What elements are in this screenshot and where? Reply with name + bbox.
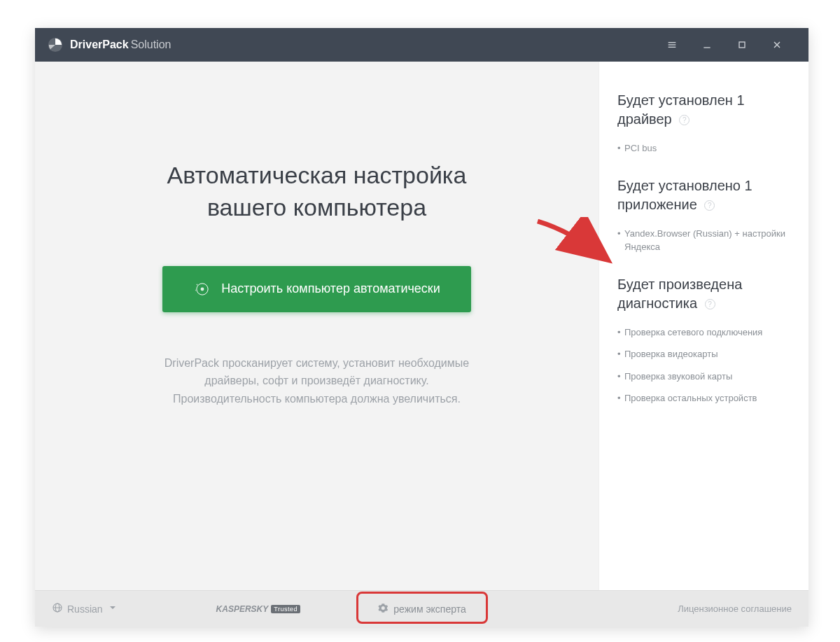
titlebar: DriverPackSolution: [35, 28, 808, 62]
menu-button[interactable]: [654, 28, 690, 62]
expert-mode-button[interactable]: режим эксперта: [366, 597, 477, 621]
apps-list: Yandex.Browser (Russian) + настройки Янд…: [617, 227, 790, 254]
brand-bold: DriverPack: [70, 39, 129, 50]
sparkle-disc-icon: [193, 280, 211, 298]
sidebar-section-drivers: Будет установлен 1 драйвер ? PCI bus: [617, 91, 790, 155]
content: Автоматическая настройка вашего компьюте…: [35, 62, 808, 590]
svg-point-9: [201, 287, 204, 291]
page-headline: Автоматическая настройка вашего компьюте…: [167, 160, 467, 224]
brand-light: Solution: [131, 39, 172, 50]
minimize-button[interactable]: [690, 28, 724, 62]
sub-line-1: DriverPack просканирует систему, установ…: [164, 357, 469, 369]
app-title: DriverPackSolution: [70, 39, 171, 51]
expert-mode-label: режим эксперта: [393, 603, 465, 615]
sidebar: Будет установлен 1 драйвер ? PCI bus Буд…: [598, 62, 808, 590]
sub-line-3: Производительность компьютера должна уве…: [173, 393, 461, 405]
footer: Russian KASPERSKY Trusted режим эксперта…: [35, 590, 808, 627]
kaspersky-label: KASPERSKY: [216, 604, 269, 614]
drivers-list: PCI bus: [617, 141, 790, 155]
help-icon[interactable]: ?: [705, 299, 715, 309]
maximize-button[interactable]: [724, 28, 760, 62]
list-item: Проверка звуковой карты: [617, 370, 790, 384]
list-item: Проверка видеокарты: [617, 347, 790, 361]
help-icon[interactable]: ?: [704, 200, 715, 211]
chevron-down-icon: [107, 602, 118, 615]
main-area: Автоматическая настройка вашего компьюте…: [35, 62, 598, 590]
configure-auto-button[interactable]: Настроить компьютер автоматически: [162, 266, 471, 312]
kaspersky-badge: KASPERSKY Trusted: [216, 604, 300, 614]
license-label: Лицензионное соглашение: [678, 603, 792, 614]
cta-label: Настроить компьютер автоматически: [221, 281, 440, 296]
list-item: PCI bus: [617, 141, 790, 155]
close-button[interactable]: [760, 28, 794, 62]
app-window: DriverPackSolution Автоматическая настро…: [35, 28, 808, 627]
driverpack-logo-icon: [48, 37, 63, 53]
diag-list: Проверка сетевого подключения Проверка в…: [617, 326, 790, 405]
list-item: Проверка сетевого подключения: [617, 326, 790, 340]
help-icon[interactable]: ?: [679, 115, 690, 125]
apps-title: Будет установлено 1 приложение: [617, 178, 752, 212]
trusted-badge: Trusted: [271, 605, 300, 613]
headline-line-2: вашего компьютера: [207, 194, 426, 221]
globe-icon: [52, 602, 63, 615]
diag-title: Будет произведена диагностика: [617, 277, 742, 311]
sub-line-2: драйверы, софт и произведёт диагностику.: [204, 375, 428, 386]
language-label: Russian: [67, 603, 103, 615]
description-text: DriverPack просканирует систему, установ…: [164, 354, 469, 408]
sidebar-section-diagnostics: Будет произведена диагностика ? Проверка…: [617, 275, 790, 405]
language-selector[interactable]: Russian: [52, 602, 118, 615]
gear-icon: [377, 603, 388, 615]
list-item: Проверка остальных устройств: [617, 391, 790, 405]
sidebar-section-apps: Будет установлено 1 приложение ? Yandex.…: [617, 176, 790, 254]
svg-rect-5: [739, 42, 745, 48]
headline-line-1: Автоматическая настройка: [167, 162, 467, 188]
list-item: Yandex.Browser (Russian) + настройки Янд…: [617, 227, 790, 254]
license-link[interactable]: Лицензионное соглашение: [678, 603, 792, 614]
